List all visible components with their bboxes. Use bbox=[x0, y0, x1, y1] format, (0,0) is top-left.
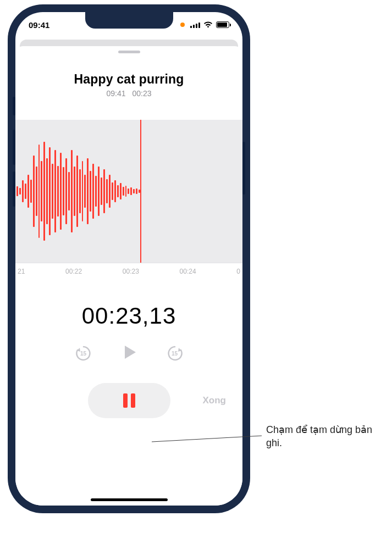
playhead-icon[interactable] bbox=[140, 120, 141, 263]
waveform-background bbox=[15, 120, 242, 263]
recording-clock: 09:41 bbox=[107, 89, 126, 98]
play-button[interactable] bbox=[119, 342, 139, 364]
status-right bbox=[180, 21, 229, 28]
svg-line-0 bbox=[152, 436, 262, 442]
skip-back-amount: 15 bbox=[80, 351, 86, 357]
status-time: 09:41 bbox=[29, 20, 49, 30]
recording-duration: 00:23 bbox=[132, 89, 151, 98]
elapsed-timer: 00:23,13 bbox=[82, 303, 176, 329]
mic-active-dot-icon bbox=[180, 23, 185, 27]
cellular-signal-icon bbox=[190, 21, 200, 28]
tick-label: 00:23 bbox=[123, 268, 139, 275]
tick-label: 00:24 bbox=[180, 268, 196, 275]
recording-title: Happy cat purring bbox=[74, 72, 184, 87]
recording-subtitle: 09:41 00:23 bbox=[74, 89, 184, 98]
skip-back-15-button[interactable]: 15 bbox=[74, 344, 93, 363]
wifi-icon bbox=[203, 21, 213, 28]
time-ticks: 21 00:22 00:23 00:24 0 bbox=[15, 263, 242, 275]
skip-forward-15-button[interactable]: 15 bbox=[165, 344, 184, 363]
bottom-row: Xong bbox=[15, 383, 242, 418]
transport-controls: 15 15 bbox=[74, 342, 184, 364]
screen: 09:41 Happy cat purring 09:41 bbox=[15, 12, 242, 506]
done-button[interactable]: Xong bbox=[203, 395, 227, 406]
callout-leader-line bbox=[152, 434, 262, 451]
home-indicator[interactable] bbox=[91, 498, 168, 501]
sheet-grabber[interactable] bbox=[118, 51, 140, 53]
waveform-bars bbox=[15, 120, 140, 263]
power-button bbox=[242, 142, 245, 195]
notch bbox=[85, 12, 173, 29]
tick-label: 21 bbox=[18, 268, 25, 275]
skip-forward-amount: 15 bbox=[172, 351, 178, 357]
callout-text: Chạm để tạm dừng bản ghi. bbox=[266, 423, 387, 450]
tick-label: 00:22 bbox=[65, 268, 82, 275]
pause-record-button[interactable] bbox=[88, 383, 170, 418]
tick-label: 0 bbox=[236, 268, 240, 275]
title-block: Happy cat purring 09:41 00:23 bbox=[74, 72, 184, 98]
waveform-area[interactable]: 21 00:22 00:23 00:24 0 bbox=[15, 120, 242, 275]
pause-icon bbox=[123, 393, 135, 408]
battery-icon bbox=[216, 21, 229, 28]
